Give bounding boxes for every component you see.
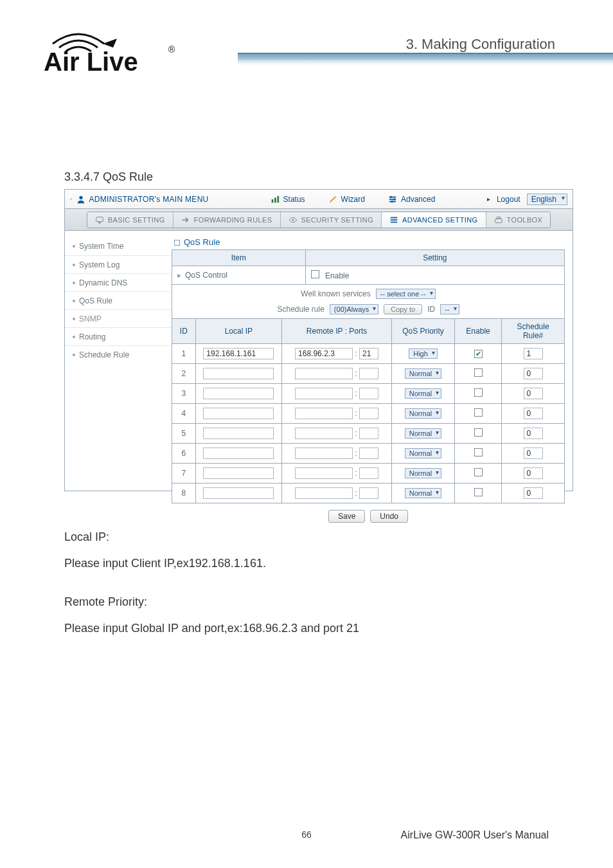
enable-cell: Enable bbox=[305, 266, 564, 285]
col-item: Item bbox=[172, 250, 306, 266]
svg-rect-19 bbox=[391, 221, 398, 222]
sidebar-item-label: QoS Rule bbox=[79, 296, 112, 305]
sidebar-item-system-log[interactable]: System Log bbox=[65, 255, 172, 273]
enable-checkbox[interactable] bbox=[311, 270, 319, 278]
schedule-rule-input[interactable] bbox=[524, 348, 543, 359]
sidebar: System Time System Log Dynamic DNS QoS R… bbox=[65, 231, 172, 491]
sidebar-item-dynamic-dns[interactable]: Dynamic DNS bbox=[65, 273, 172, 291]
row-enable-checkbox[interactable] bbox=[474, 408, 483, 417]
local-ip-input[interactable] bbox=[203, 368, 274, 379]
row-enable-checkbox[interactable] bbox=[474, 350, 483, 358]
local-ip-input[interactable] bbox=[203, 408, 274, 419]
priority-select[interactable]: Normal bbox=[405, 388, 441, 399]
schedule-rule-input[interactable] bbox=[524, 467, 543, 479]
remote-ip-input[interactable] bbox=[295, 348, 353, 359]
remote-ip-input[interactable] bbox=[295, 487, 353, 499]
local-ip-input[interactable] bbox=[203, 467, 274, 479]
schedule-rule-input[interactable] bbox=[524, 487, 543, 499]
schedule-rule-input[interactable] bbox=[524, 428, 543, 439]
row-enable-checkbox[interactable] bbox=[474, 388, 483, 397]
remote-ip-input[interactable] bbox=[295, 428, 353, 439]
local-ip-input[interactable] bbox=[203, 348, 274, 359]
tab-forwarding-rules[interactable]: FORWARDING RULES bbox=[173, 212, 281, 228]
schedule-rule-input[interactable] bbox=[524, 368, 543, 379]
menu-wizard-label: Wizard bbox=[341, 195, 365, 204]
svg-marker-0 bbox=[103, 39, 117, 48]
remote-ip-input[interactable] bbox=[295, 408, 353, 419]
remote-ip-input[interactable] bbox=[295, 448, 353, 459]
schedule-rule-input[interactable] bbox=[524, 388, 543, 399]
section-heading: 3.3.4.7 QoS Rule bbox=[64, 170, 153, 184]
copy-id-select[interactable]: -- bbox=[440, 304, 459, 314]
schedule-rule-input[interactable] bbox=[524, 448, 543, 459]
qos-rules-table: ID Local IP Remote IP : Ports QoS Priori… bbox=[172, 318, 565, 503]
priority-select[interactable]: Normal bbox=[405, 408, 441, 419]
remote-port-input[interactable] bbox=[359, 467, 378, 479]
table-row: 1 : High bbox=[172, 344, 565, 364]
content-panel: QoS Rule Item Setting ▸QoS Control Enabl… bbox=[172, 231, 573, 491]
save-button[interactable]: Save bbox=[328, 510, 365, 523]
sidebar-item-snmp[interactable]: SNMP bbox=[65, 309, 172, 327]
undo-button[interactable]: Undo bbox=[370, 510, 408, 523]
row-enable-checkbox[interactable] bbox=[474, 368, 483, 377]
sidebar-item-schedule-rule[interactable]: Schedule Rule bbox=[65, 345, 172, 363]
priority-select[interactable]: Normal bbox=[405, 488, 441, 498]
copy-to-button[interactable]: Copy to bbox=[384, 304, 422, 314]
header-banner-line bbox=[238, 53, 613, 66]
local-ip-input[interactable] bbox=[203, 448, 274, 459]
remote-port-input[interactable] bbox=[359, 487, 378, 499]
local-ip-input[interactable] bbox=[203, 388, 274, 399]
cell-rule bbox=[502, 344, 565, 364]
remote-ip-input[interactable] bbox=[295, 368, 353, 379]
row-enable-checkbox[interactable] bbox=[474, 468, 483, 476]
priority-select[interactable]: Normal bbox=[405, 448, 441, 458]
brand-text: Air Live bbox=[44, 48, 138, 76]
local-ip-input[interactable] bbox=[203, 428, 274, 439]
priority-select[interactable]: Normal bbox=[405, 428, 441, 439]
tab-advanced-setting[interactable]: ADVANCED SETTING bbox=[382, 212, 486, 228]
tab-toolbox[interactable]: TOOLBOX bbox=[486, 212, 551, 228]
remote-ip-input[interactable] bbox=[295, 467, 353, 479]
menu-wizard[interactable]: Wizard bbox=[328, 195, 365, 204]
priority-select[interactable]: High bbox=[409, 348, 438, 359]
row-enable-checkbox[interactable] bbox=[474, 488, 483, 496]
priority-select[interactable]: Normal bbox=[405, 368, 441, 379]
tab-security-setting[interactable]: SECURITY SETTING bbox=[281, 212, 382, 228]
sidebar-item-qos-rule[interactable]: QoS Rule bbox=[65, 291, 172, 309]
sidebar-item-label: Routing bbox=[79, 332, 105, 341]
tab-basic-setting[interactable]: BASIC SETTING bbox=[87, 212, 173, 228]
local-ip-input[interactable] bbox=[203, 487, 274, 499]
sidebar-item-system-time[interactable]: System Time bbox=[65, 237, 172, 255]
sidebar-item-label: Dynamic DNS bbox=[79, 278, 127, 287]
remote-port-input[interactable] bbox=[359, 348, 378, 359]
cell-local bbox=[195, 484, 281, 503]
cell-rule bbox=[502, 464, 565, 484]
remote-port-input[interactable] bbox=[359, 388, 378, 399]
schedule-select[interactable]: (00)Always bbox=[330, 304, 378, 314]
remote-port-input[interactable] bbox=[359, 448, 378, 459]
schedule-label: Schedule rule bbox=[277, 305, 324, 314]
cell-remote: : bbox=[282, 464, 392, 484]
remote-port-input[interactable] bbox=[359, 408, 378, 419]
cell-remote: : bbox=[282, 404, 392, 424]
cell-rule bbox=[502, 364, 565, 384]
cell-enable bbox=[454, 444, 501, 464]
remote-ip-input[interactable] bbox=[295, 388, 353, 399]
tab-forwarding-label: FORWARDING RULES bbox=[194, 216, 272, 224]
tab-basic-label: BASIC SETTING bbox=[108, 216, 165, 224]
wand-icon bbox=[328, 195, 337, 204]
sidebar-item-routing[interactable]: Routing bbox=[65, 327, 172, 345]
menu-status[interactable]: Status bbox=[271, 195, 305, 204]
language-select[interactable]: English bbox=[527, 194, 567, 205]
svg-point-6 bbox=[333, 195, 336, 198]
remote-port-input[interactable] bbox=[359, 368, 378, 379]
schedule-rule-input[interactable] bbox=[524, 408, 543, 419]
forward-icon bbox=[181, 215, 190, 224]
row-enable-checkbox[interactable] bbox=[474, 448, 483, 457]
well-known-select[interactable]: -- select one -- bbox=[376, 289, 436, 299]
logout-link[interactable]: Logout bbox=[497, 195, 520, 204]
priority-select[interactable]: Normal bbox=[405, 468, 441, 478]
remote-port-input[interactable] bbox=[359, 428, 378, 439]
menu-advanced[interactable]: Advanced bbox=[388, 195, 435, 204]
row-enable-checkbox[interactable] bbox=[474, 428, 483, 437]
